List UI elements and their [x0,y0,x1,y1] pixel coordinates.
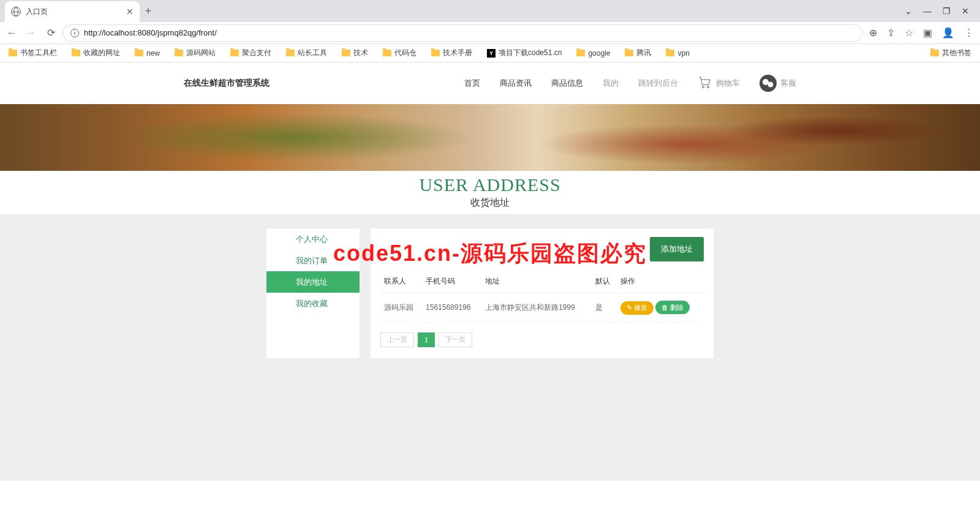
folder-icon [175,50,183,56]
col-actions: 操作 [617,270,704,293]
trash-icon: 🗑 [662,304,668,311]
page-title-en: USER ADDRESS [0,175,980,195]
nav-news[interactable]: 商品资讯 [500,78,532,89]
share-icon[interactable]: ⇪ [887,27,895,39]
table-row: 源码乐园 15615689196 上海市静安区共和新路1999 是 ✎修改 🗑删… [380,293,704,323]
folder-icon [72,50,80,56]
col-phone: 手机号码 [422,270,481,293]
hero-banner [0,104,980,171]
folder-icon [9,50,17,56]
bookmark-item[interactable]: 代码仓 [383,48,417,58]
browser-tab[interactable]: 入口页 ✕ [5,1,140,22]
edit-button[interactable]: ✎修改 [620,301,654,315]
content-panel: 添加地址 联系人 手机号码 地址 默认 操作 源码乐园 15615689196 [371,228,714,358]
service-link[interactable]: 客服 [760,75,796,92]
page-body: 个人中心 我的订单 我的地址 我的收藏 添加地址 联系人 手机号码 地址 默认 … [0,215,980,481]
folder-icon [383,50,391,56]
bookmark-item[interactable]: 腾讯 [625,48,651,58]
folder-icon [576,50,585,56]
page-title-zh: 收货地址 [0,197,980,209]
pager-prev[interactable]: 上一页 [380,333,414,347]
bookmark-item[interactable]: Y项目下载code51.cn [487,48,562,58]
bookmark-item[interactable]: 收藏的网址 [72,48,120,58]
bookmark-item[interactable]: new [135,49,160,58]
sidebar: 个人中心 我的订单 我的地址 我的收藏 [266,228,360,358]
add-address-button[interactable]: 添加地址 [650,237,704,261]
pager-next[interactable]: 下一页 [439,333,472,347]
sidebar-item-address[interactable]: 我的地址 [266,271,360,293]
cart-link[interactable]: 购物车 [698,75,740,92]
cell-actions: ✎修改 🗑删除 [617,293,704,323]
svg-point-2 [763,79,769,85]
svg-point-1 [707,86,709,88]
svg-point-3 [768,82,774,88]
close-tab-icon[interactable]: ✕ [126,7,134,17]
forward-button[interactable]: → [26,28,37,39]
bookmark-overflow[interactable]: 其他书签 [930,48,971,58]
cell-contact: 源码乐园 [380,293,422,323]
wechat-icon [760,75,777,92]
nav-buttons: ← → ⟳ [6,28,56,39]
tab-bar: 入口页 ✕ + ⌄ — ❐ ✕ [0,0,980,22]
site-header: 在线生鲜超市管理系统 首页 商品资讯 商品信息 我的 跳转到后台 购物车 客服 [0,62,980,104]
cart-icon [698,75,712,92]
toolbar: 添加地址 [380,237,704,261]
folder-icon [286,50,295,56]
folder-icon [342,50,350,56]
url-input[interactable]: i http://localhost:8080/jspmq82qg/front/ [62,24,863,42]
address-bar: ← → ⟳ i http://localhost:8080/jspmq82qg/… [0,22,980,44]
toolbar-right: ⊕ ⇪ ☆ ▣ 👤 ⋮ [869,27,974,39]
col-address: 地址 [481,270,592,293]
close-window-button[interactable]: ✕ [962,6,969,16]
tab-title: 入口页 [26,7,48,17]
folder-icon [230,50,239,56]
folder-icon [625,50,633,56]
star-icon[interactable]: ☆ [905,27,913,39]
folder-icon [930,50,939,56]
reload-button[interactable]: ⟳ [45,28,56,39]
sidebar-item-profile[interactable]: 个人中心 [266,228,360,250]
pencil-icon: ✎ [627,304,632,312]
sidebar-item-orders[interactable]: 我的订单 [266,250,360,271]
y-icon: Y [487,49,496,58]
site-logo: 在线生鲜超市管理系统 [184,78,270,89]
bookmark-item[interactable]: 聚合支付 [230,48,271,58]
search-icon[interactable]: ⊕ [869,27,877,39]
new-tab-button[interactable]: + [140,2,157,20]
url-text: http://localhost:8080/jspmq82qg/front/ [84,28,217,37]
bookmarks-bar: 书签工具栏 收藏的网址 new 源码网站 聚合支付 站长工具 技术 代码仓 技术… [0,44,980,62]
bookmark-item[interactable]: 书签工具栏 [9,48,57,58]
bookmark-item[interactable]: vpn [666,49,689,58]
window-controls: ⌄ — ❐ ✕ [894,6,980,16]
pagination: 上一页 1 下一页 [380,333,704,347]
minimize-button[interactable]: — [923,6,932,16]
info-icon[interactable]: i [70,29,79,37]
nav-products[interactable]: 商品信息 [551,78,583,89]
browser-chrome: 入口页 ✕ + ⌄ — ❐ ✕ ← → ⟳ i http://localhost… [0,0,980,62]
profile-icon[interactable]: 👤 [942,27,954,39]
main-nav: 首页 商品资讯 商品信息 我的 跳转到后台 购物车 客服 [464,75,980,92]
main-container: 个人中心 我的订单 我的地址 我的收藏 添加地址 联系人 手机号码 地址 默认 … [266,228,714,358]
bookmark-item[interactable]: 站长工具 [286,48,327,58]
nav-mine[interactable]: 我的 [603,78,619,89]
extensions-icon[interactable]: ▣ [923,27,932,39]
delete-button[interactable]: 🗑删除 [655,301,690,314]
folder-icon [666,50,674,56]
sidebar-item-favorites[interactable]: 我的收藏 [266,293,360,314]
back-button[interactable]: ← [6,28,17,39]
nav-home[interactable]: 首页 [464,78,480,89]
col-contact: 联系人 [380,270,422,293]
folder-icon [431,50,440,56]
page-title-block: USER ADDRESS 收货地址 [0,171,980,215]
menu-icon[interactable]: ⋮ [964,27,974,39]
address-table: 联系人 手机号码 地址 默认 操作 源码乐园 15615689196 上海市静安… [380,270,704,323]
chevron-down-icon[interactable]: ⌄ [905,6,912,16]
bookmark-item[interactable]: 源码网站 [175,48,216,58]
svg-point-0 [703,86,704,88]
pager-page-1[interactable]: 1 [418,333,435,347]
bookmark-item[interactable]: 技术手册 [431,48,472,58]
bookmark-item[interactable]: google [576,49,610,58]
nav-admin[interactable]: 跳转到后台 [638,78,678,89]
maximize-button[interactable]: ❐ [943,6,951,16]
bookmark-item[interactable]: 技术 [342,48,368,58]
